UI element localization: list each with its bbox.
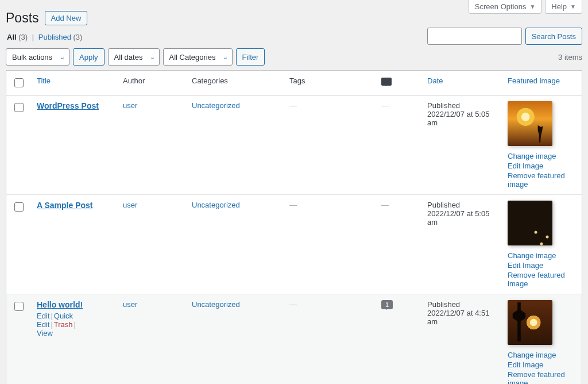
- col-date[interactable]: Date: [427, 76, 443, 85]
- col-tags: Tags: [284, 71, 376, 95]
- view-link[interactable]: View: [37, 329, 53, 337]
- row-checkbox[interactable]: [14, 103, 24, 112]
- categories-select[interactable]: All Categories: [163, 48, 233, 66]
- table-row: A Sample PostuserUncategorized——Publishe…: [6, 195, 582, 294]
- help-button[interactable]: Help ▼: [545, 0, 582, 14]
- chevron-down-icon: ▼: [529, 3, 535, 10]
- comment-count-bubble[interactable]: 1: [381, 300, 393, 309]
- apply-button[interactable]: Apply: [73, 48, 105, 66]
- featured-thumbnail[interactable]: [508, 201, 552, 245]
- chevron-down-icon: ▼: [570, 3, 576, 10]
- search-posts-button[interactable]: Search Posts: [525, 28, 582, 45]
- post-date: 2022/12/07 at 5:05 am: [427, 209, 496, 226]
- screen-options-button[interactable]: Screen Options ▼: [469, 0, 542, 14]
- post-status: Published: [427, 201, 496, 209]
- author-link[interactable]: user: [123, 101, 137, 110]
- filter-button[interactable]: Filter: [236, 48, 265, 66]
- filter-published[interactable]: Published (3): [38, 33, 83, 41]
- featured-thumbnail[interactable]: [508, 101, 552, 146]
- help-label: Help: [551, 2, 567, 11]
- items-count: 3 items: [558, 53, 582, 62]
- table-row: Hello world!Edit|Quick Edit|Trash|Viewus…: [6, 294, 582, 385]
- no-tags: —: [289, 201, 297, 209]
- screen-options-label: Screen Options: [475, 2, 527, 11]
- table-row: WordPress PostuserUncategorized——Publish…: [6, 95, 582, 195]
- no-tags: —: [289, 101, 297, 110]
- comment-icon[interactable]: [381, 78, 392, 86]
- post-title-link[interactable]: WordPress Post: [37, 101, 99, 110]
- change-image-link[interactable]: Change image: [508, 251, 576, 260]
- no-tags: —: [289, 300, 297, 309]
- row-actions: Edit|Quick Edit|Trash|View: [37, 312, 111, 337]
- col-categories: Categories: [186, 71, 284, 95]
- category-link[interactable]: Uncategorized: [192, 300, 240, 309]
- trash-link[interactable]: Trash: [54, 320, 73, 329]
- post-title-link[interactable]: Hello world!: [37, 300, 83, 309]
- add-new-button[interactable]: Add New: [45, 11, 88, 25]
- remove-featured-link[interactable]: Remove featured image: [508, 171, 576, 189]
- category-link[interactable]: Uncategorized: [192, 201, 240, 209]
- no-comments: —: [381, 201, 389, 209]
- post-status: Published: [427, 300, 496, 309]
- author-link[interactable]: user: [123, 201, 137, 209]
- col-title[interactable]: Title: [37, 76, 51, 85]
- filter-all[interactable]: All (3): [7, 33, 30, 41]
- edit-image-link[interactable]: Edit Image: [508, 360, 576, 369]
- search-input[interactable]: [427, 28, 522, 45]
- remove-featured-link[interactable]: Remove featured image: [508, 370, 576, 384]
- edit-image-link[interactable]: Edit Image: [508, 162, 576, 170]
- post-title-link[interactable]: A Sample Post: [37, 201, 93, 210]
- edit-image-link[interactable]: Edit Image: [508, 261, 576, 270]
- page-title: Posts: [6, 10, 39, 26]
- select-all-checkbox[interactable]: [14, 78, 24, 87]
- post-status: Published: [427, 101, 496, 110]
- post-date: 2022/12/07 at 5:05 am: [427, 110, 496, 127]
- category-link[interactable]: Uncategorized: [192, 101, 240, 110]
- author-link[interactable]: user: [123, 300, 137, 309]
- post-date: 2022/12/07 at 4:51 am: [427, 309, 496, 326]
- edit-link[interactable]: Edit: [37, 312, 49, 320]
- dates-select[interactable]: All dates: [108, 48, 160, 66]
- bulk-actions-select[interactable]: Bulk actions: [6, 48, 69, 66]
- featured-thumbnail[interactable]: [508, 300, 552, 345]
- remove-featured-link[interactable]: Remove featured image: [508, 271, 576, 288]
- change-image-link[interactable]: Change image: [508, 152, 576, 160]
- no-comments: —: [381, 101, 389, 110]
- row-checkbox[interactable]: [14, 202, 24, 212]
- col-author: Author: [117, 71, 186, 95]
- col-featured[interactable]: Featured image: [508, 76, 560, 85]
- posts-table: Title Author Categories Tags Date Featur…: [6, 70, 582, 384]
- row-checkbox[interactable]: [14, 302, 24, 311]
- change-image-link[interactable]: Change image: [508, 351, 576, 359]
